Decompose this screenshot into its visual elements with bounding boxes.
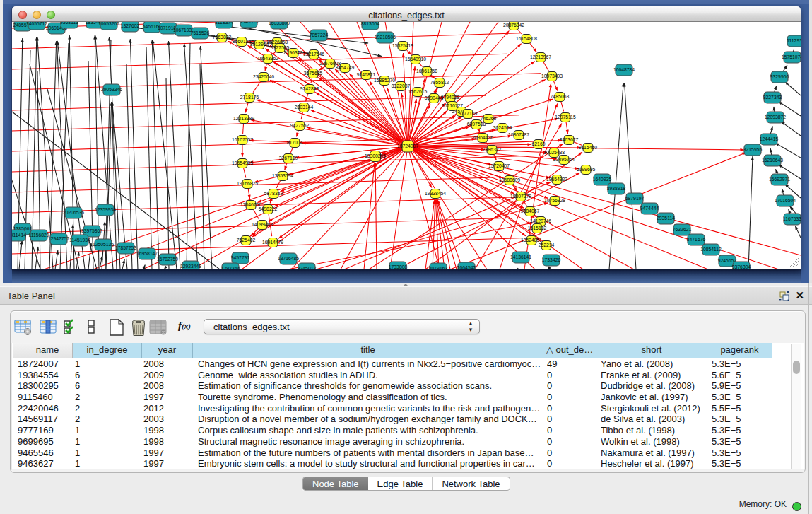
svg-text:6794028: 6794028 — [441, 95, 460, 100]
svg-text:15751074: 15751074 — [782, 54, 801, 59]
svg-text:16543362: 16543362 — [257, 56, 278, 61]
svg-text:12359934: 12359934 — [95, 207, 116, 212]
svg-text:20364436: 20364436 — [472, 135, 493, 140]
svg-text:19654985: 19654985 — [232, 160, 253, 165]
svg-text:8454749: 8454749 — [336, 65, 355, 70]
svg-text:7955812: 7955812 — [430, 80, 449, 85]
svg-text:12213967: 12213967 — [530, 54, 551, 59]
svg-text:14136141: 14136141 — [510, 255, 531, 259]
svg-text:252214: 252214 — [539, 243, 555, 247]
svg-text:7663822: 7663822 — [213, 35, 232, 40]
svg-text:9777169: 9777169 — [459, 111, 478, 116]
svg-text:2803144: 2803144 — [295, 105, 314, 110]
svg-text:16648784: 16648784 — [613, 67, 635, 72]
svg-text:9146821: 9146821 — [357, 72, 376, 77]
svg-text:9227343: 9227343 — [763, 95, 782, 100]
svg-text:12975115: 12975115 — [555, 115, 576, 119]
svg-text:16961758: 16961758 — [416, 69, 437, 74]
svg-text:18300295: 18300295 — [365, 153, 386, 158]
svg-text:12505135: 12505135 — [93, 242, 114, 247]
svg-text:9329966: 9329966 — [770, 74, 789, 79]
svg-text:14055712: 14055712 — [26, 22, 47, 26]
svg-text:9376304: 9376304 — [732, 264, 751, 269]
svg-text:16033809: 16033809 — [269, 22, 290, 25]
svg-text:9457791: 9457791 — [231, 255, 250, 260]
svg-text:15692971: 15692971 — [769, 177, 790, 182]
svg-text:6897508: 6897508 — [467, 122, 486, 127]
svg-text:8660124: 8660124 — [233, 39, 252, 44]
svg-text:8196328: 8196328 — [284, 50, 303, 55]
svg-text:62160: 62160 — [532, 141, 546, 146]
svg-text:16210643: 16210643 — [762, 158, 783, 163]
svg-text:8322037: 8322037 — [392, 83, 411, 88]
svg-text:16914479: 16914479 — [262, 240, 283, 245]
svg-text:3267130: 3267130 — [279, 156, 298, 160]
svg-text:7625402: 7625402 — [237, 238, 256, 243]
svg-text:9346515: 9346515 — [240, 22, 259, 24]
svg-text:10973493: 10973493 — [541, 74, 563, 78]
svg-text:11156829: 11156829 — [28, 233, 49, 238]
svg-text:7986322: 7986322 — [483, 147, 502, 152]
svg-text:746266: 746266 — [481, 116, 497, 121]
svg-text:14120746: 14120746 — [530, 218, 551, 223]
svg-text:16154808: 16154808 — [516, 36, 537, 41]
svg-text:18807279: 18807279 — [510, 194, 531, 199]
svg-text:6879197: 6879197 — [625, 196, 645, 201]
svg-text:2935114: 2935114 — [657, 216, 675, 221]
svg-text:16958147: 16958147 — [136, 251, 158, 256]
svg-text:1064542: 1064542 — [457, 265, 476, 269]
svg-text:29053346: 29053346 — [101, 87, 122, 92]
svg-text:1640935: 1640935 — [593, 177, 612, 182]
svg-text:6099695: 6099695 — [577, 167, 596, 172]
svg-text:1733808: 1733808 — [389, 264, 408, 269]
svg-text:16107557: 16107557 — [232, 137, 253, 142]
svg-text:10688609: 10688609 — [499, 177, 520, 182]
svg-text:19218506: 19218506 — [375, 35, 396, 40]
svg-text:10653267: 10653267 — [98, 22, 119, 26]
svg-text:8813054: 8813054 — [361, 22, 380, 26]
svg-text:18724007: 18724007 — [397, 144, 418, 148]
svg-text:9242848: 9242848 — [300, 86, 319, 91]
svg-text:20876842: 20876842 — [503, 23, 524, 28]
svg-text:5498222: 5498222 — [259, 206, 278, 211]
svg-text:7515526: 7515526 — [191, 30, 210, 35]
svg-text:13217546: 13217546 — [303, 52, 324, 57]
svg-text:9368113: 9368113 — [60, 22, 78, 25]
svg-text:13524851: 13524851 — [521, 238, 542, 243]
svg-text:11451934: 11451934 — [69, 238, 90, 243]
svg-text:8471676: 8471676 — [687, 237, 706, 242]
svg-text:12213389: 12213389 — [233, 116, 254, 121]
svg-text:17857253: 17857253 — [115, 245, 136, 250]
svg-text:16640910: 16640910 — [405, 57, 426, 62]
svg-text:1244415: 1244415 — [760, 136, 779, 141]
svg-text:7857224: 7857224 — [310, 33, 329, 37]
svg-text:12923448: 12923448 — [180, 264, 201, 269]
svg-text:3675685: 3675685 — [304, 71, 323, 76]
svg-text:7485063: 7485063 — [551, 94, 570, 99]
svg-text:15720407: 15720407 — [488, 163, 510, 168]
svg-text:23420046: 23420046 — [253, 74, 274, 79]
svg-text:1615132: 1615132 — [528, 226, 547, 230]
svg-text:23495754: 23495754 — [553, 157, 575, 162]
svg-text:12942757: 12942757 — [48, 236, 69, 241]
svg-text:14099483: 14099483 — [252, 222, 273, 227]
svg-text:3911414: 3911414 — [12, 233, 26, 238]
svg-text:19338454: 19338454 — [425, 191, 446, 196]
svg-text:8118374: 8118374 — [215, 22, 233, 25]
svg-text:15325419: 15325419 — [392, 43, 413, 48]
svg-text:3215955: 3215955 — [743, 147, 763, 152]
svg-text:9115460: 9115460 — [579, 145, 597, 150]
svg-text:19654923: 19654923 — [546, 177, 567, 182]
svg-text:7632621: 7632621 — [673, 227, 692, 232]
svg-text:19166825: 19166825 — [237, 181, 258, 186]
svg-text:93975867: 93975867 — [81, 228, 102, 233]
svg-text:10756928: 10756928 — [544, 198, 565, 203]
svg-text:1112937: 1112937 — [787, 38, 801, 43]
svg-text:9327505: 9327505 — [271, 45, 290, 50]
svg-text:3024554: 3024554 — [493, 125, 512, 130]
svg-text:1327602: 1327602 — [121, 23, 140, 28]
svg-text:1167533: 1167533 — [783, 216, 801, 221]
svg-text:16782759: 16782759 — [157, 257, 178, 262]
svg-text:9474444: 9474444 — [640, 206, 659, 211]
svg-text:2718176: 2718176 — [240, 95, 259, 100]
